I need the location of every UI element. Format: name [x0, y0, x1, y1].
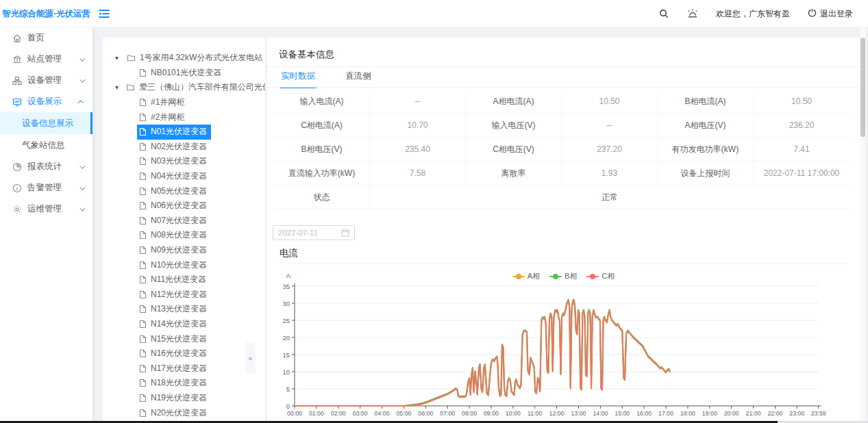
tree-device-node[interactable]: N11光伏逆变器	[103, 272, 265, 287]
file-icon	[139, 349, 147, 358]
file-icon	[139, 364, 147, 373]
y-tick-label: 5	[286, 385, 290, 393]
legend-item-B相[interactable]: B相	[549, 271, 577, 281]
sidebar-item-info[interactable]: 告警管理	[0, 177, 92, 198]
info-value: 10.50	[562, 90, 658, 114]
info-label: 离散率	[466, 162, 562, 185]
legend-item-C相[interactable]: C相	[586, 271, 615, 281]
file-icon	[139, 201, 147, 210]
tree-node-content: N04光伏逆变器	[137, 169, 211, 184]
x-tick-label: 16:00	[636, 410, 652, 417]
tree-device-node[interactable]: N20光伏逆变器	[103, 405, 265, 420]
file-icon	[139, 394, 147, 402]
x-tick-label: 04:00	[375, 410, 390, 417]
tree-device-node[interactable]: N17光伏逆变器	[103, 361, 265, 376]
tree-collapse-handle[interactable]: «	[245, 342, 256, 374]
logout-button[interactable]: 退出登录	[808, 8, 853, 20]
menu-fold-icon[interactable]	[97, 7, 111, 21]
scrollbar-thumb[interactable]	[860, 38, 865, 137]
x-tick-label: 08:00	[462, 410, 477, 417]
tree-node-label: N17光伏逆变器	[151, 363, 207, 374]
info-label: 输入电流(A)	[274, 90, 370, 114]
tree-device-node[interactable]: N16光伏逆变器	[103, 346, 265, 361]
tree-device-node[interactable]: N15光伏逆变器	[103, 331, 265, 346]
tree-device-node[interactable]: N19光伏逆变器	[103, 391, 265, 406]
caret-down-icon[interactable]: ▾	[115, 84, 120, 91]
tree-node-label: #1并网柜	[151, 97, 184, 108]
tree-node-label: N12光伏逆变器	[151, 289, 207, 300]
tree-device-node[interactable]: N07光伏逆变器	[103, 214, 265, 229]
tree-device-node[interactable]: N10光伏逆变器	[103, 257, 265, 272]
tree-device-node[interactable]: N06光伏逆变器	[103, 198, 265, 214]
tree-node-label: N06光伏逆变器	[151, 200, 207, 212]
tree-station-node[interactable]: ▾爱三（佛山）汽车部件有限公司光伏发	[103, 80, 265, 95]
sidebar-subitem[interactable]: 设备信息展示	[0, 112, 92, 134]
date-value: 2022-07-11	[278, 229, 341, 237]
x-tick-label: 14:00	[593, 410, 608, 417]
sidebar-item-display[interactable]: 设备展示	[0, 91, 92, 112]
cluster-icon	[12, 76, 22, 86]
tree-node-label: N20光伏逆变器	[151, 407, 207, 419]
tree-node-content: N07光伏逆变器	[137, 214, 211, 229]
sidebar-item-pie[interactable]: 报表统计	[0, 156, 92, 177]
info-label: A相电流(A)	[466, 90, 562, 114]
x-tick-label: 23:59	[811, 410, 826, 417]
tab-active[interactable]: 实时数据	[280, 69, 317, 87]
divider	[267, 87, 860, 88]
file-icon	[139, 409, 147, 418]
tree-device-node[interactable]: N09光伏逆变器	[103, 243, 265, 258]
file-icon	[139, 142, 147, 151]
info-label: C相电压(V)	[466, 138, 562, 162]
legend-item-A相[interactable]: A相	[512, 271, 540, 281]
app-root: 智光综合能源-光伏运营	[0, 0, 868, 423]
tab-inactive[interactable]: 直流侧	[344, 69, 373, 87]
gear-icon	[12, 205, 22, 214]
tree-device-node[interactable]: N08光伏逆变器	[103, 228, 265, 243]
tree-device-node[interactable]: #1并网柜	[103, 95, 265, 110]
tree-station-node[interactable]: ▾1号家用4.32kW分布式光伏发电站	[103, 51, 265, 66]
tree-device-node[interactable]: N04光伏逆变器	[103, 169, 265, 184]
tree-device-node[interactable]: NB0101光伏逆变器	[103, 66, 265, 81]
sidebar-item-gear[interactable]: 运维管理	[0, 198, 92, 220]
tree-device-node[interactable]: N01光伏逆变器	[103, 125, 265, 140]
y-tick-label: 25	[282, 317, 290, 324]
info-label: C相电流(A)	[274, 114, 370, 138]
tree-device-node[interactable]: #2并网柜	[103, 110, 265, 125]
logout-label: 退出登录	[820, 8, 853, 20]
sidebar-item-home[interactable]: 首页	[0, 27, 92, 49]
y-tick-label: 20	[282, 334, 290, 342]
tree-device-node[interactable]: N13光伏逆变器	[103, 302, 265, 317]
y-tick-label: 10	[282, 368, 290, 376]
x-tick-label: 10:00	[506, 410, 521, 417]
info-value: 236.20	[754, 114, 850, 138]
sidebar-item-label: 站点管理	[27, 53, 62, 65]
tree-device-node[interactable]: N14光伏逆变器	[103, 317, 265, 332]
tree-device-node[interactable]: N18光伏逆变器	[103, 376, 265, 391]
alarm-icon[interactable]	[687, 8, 698, 19]
tree-device-node[interactable]: N03光伏逆变器	[103, 154, 265, 169]
sidebar-subitem-label: 设备信息展示	[22, 118, 73, 129]
sidebar-subitem[interactable]: 气象站信息	[0, 134, 92, 156]
tree-device-node[interactable]: N05光伏逆变器	[103, 183, 265, 198]
tree-device-node[interactable]: N12光伏逆变器	[103, 287, 265, 303]
info-value: --	[370, 90, 466, 114]
info-value: 2022-07-11 17:00:00	[754, 162, 850, 185]
sidebar-item-bank[interactable]: 站点管理	[0, 49, 92, 70]
caret-down-icon[interactable]: ▾	[115, 54, 121, 62]
chart-legend: A相B相C相	[267, 271, 860, 281]
tree-node-content: N17光伏逆变器	[137, 361, 211, 376]
sidebar-item-cluster[interactable]: 设备管理	[0, 70, 92, 91]
tree-device-node[interactable]: N02光伏逆变器	[103, 140, 265, 155]
tree-node-label: N19光伏逆变器	[151, 392, 207, 404]
pie-icon	[12, 162, 22, 172]
info-label: B相电压(V)	[274, 138, 370, 162]
file-icon	[139, 246, 147, 255]
y-tick-label: 30	[282, 300, 290, 307]
info-value: 235.40	[370, 138, 466, 162]
x-tick-label: 13:00	[571, 410, 586, 417]
date-picker[interactable]: 2022-07-11	[273, 225, 355, 240]
tree-node-content: N09光伏逆变器	[137, 243, 211, 258]
tree-node-label: N07光伏逆变器	[151, 215, 207, 227]
search-icon[interactable]	[658, 8, 669, 19]
legend-label: B相	[565, 271, 577, 281]
